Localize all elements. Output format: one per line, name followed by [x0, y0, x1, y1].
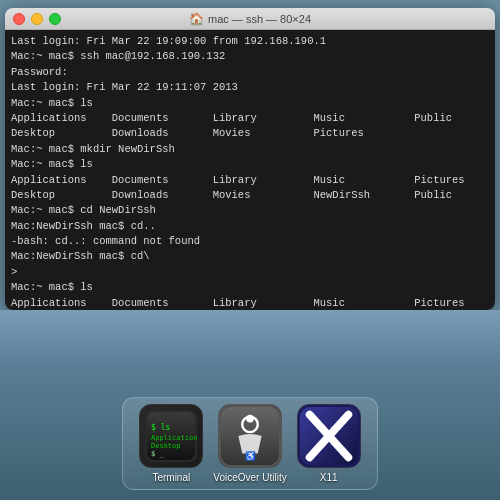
terminal-dock-icon: $ ls Applications Desktop $ _: [139, 404, 203, 468]
svg-text:Applications: Applications: [151, 434, 197, 442]
dock-item-terminal[interactable]: $ ls Applications Desktop $ _ Terminal: [139, 404, 203, 483]
x11-dock-icon: [297, 404, 361, 468]
voiceover-dock-icon: ♿: [218, 404, 282, 468]
x11-dock-label: X11: [320, 472, 338, 483]
svg-text:♿: ♿: [244, 450, 255, 462]
voiceover-dock-label: VoiceOver Utility: [213, 472, 286, 483]
svg-point-9: [246, 415, 254, 423]
close-button[interactable]: [13, 13, 25, 25]
terminal-dock-label: Terminal: [152, 472, 190, 483]
window-title: 🏠 mac — ssh — 80×24: [189, 12, 311, 26]
svg-text:$ _: $ _: [151, 450, 164, 458]
terminal-output: Last login: Fri Mar 22 19:09:00 from 192…: [11, 35, 465, 310]
terminal-window: 🏠 mac — ssh — 80×24 Last login: Fri Mar …: [5, 8, 495, 310]
house-icon: 🏠: [189, 12, 204, 26]
maximize-button[interactable]: [49, 13, 61, 25]
traffic-lights: [13, 13, 61, 25]
terminal-body[interactable]: Last login: Fri Mar 22 19:09:00 from 192…: [5, 30, 495, 310]
dock-area: $ ls Applications Desktop $ _ Terminal: [0, 310, 500, 500]
minimize-button[interactable]: [31, 13, 43, 25]
dock-shelf: $ ls Applications Desktop $ _ Terminal: [122, 397, 377, 490]
titlebar: 🏠 mac — ssh — 80×24: [5, 8, 495, 30]
svg-text:Desktop: Desktop: [151, 442, 181, 450]
dock-item-voiceover[interactable]: ♿ VoiceOver Utility: [213, 404, 286, 483]
title-label: mac — ssh — 80×24: [208, 13, 311, 25]
dock-item-x11[interactable]: X11: [297, 404, 361, 483]
svg-text:$ ls: $ ls: [151, 423, 170, 432]
